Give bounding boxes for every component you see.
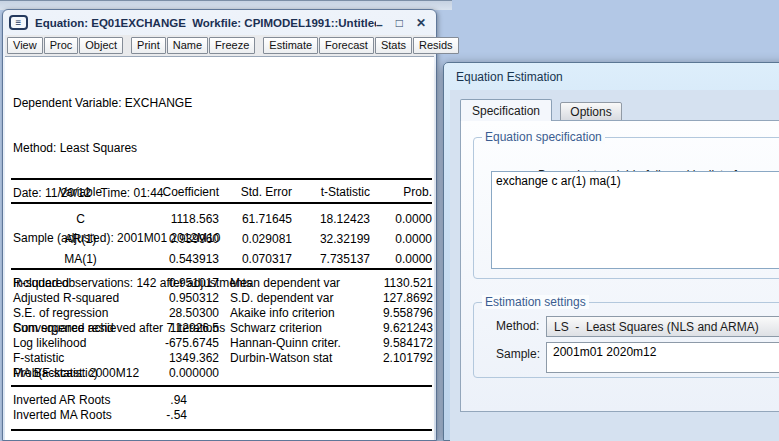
root-value: .94 [105, 393, 187, 407]
stat-value: 9.558796 [335, 306, 433, 320]
cell: 0.939960 [148, 232, 219, 246]
cell: 0.0000 [370, 232, 432, 246]
cell: MA(1) [13, 252, 148, 266]
proc-button[interactable]: Proc [44, 37, 79, 54]
equation-window-titlebar[interactable]: ≡ Equation: EQ01EXCHANGE Workfile: CPIMO… [3, 10, 436, 35]
group-label: Estimation settings [482, 295, 589, 309]
separator [11, 178, 432, 180]
tab-specification[interactable]: Specification [460, 99, 552, 121]
separator [11, 202, 432, 204]
resids-button[interactable]: Resids [413, 37, 459, 54]
stat-value: -675.6745 [125, 336, 219, 350]
stat-label: Prob(F-statistic) [13, 366, 98, 380]
cell: 0.543913 [148, 252, 219, 266]
separator [11, 385, 432, 387]
stat-label: Akaike info criterion [230, 306, 335, 320]
cell: 0.029081 [219, 232, 292, 246]
stat-value: 112926.5 [125, 321, 219, 335]
stat-label: Adjusted R-squared [13, 291, 119, 305]
equation-estimation-dialog: Equation Estimation Specification Option… [443, 62, 779, 441]
separator [11, 429, 432, 431]
sample-input[interactable]: 2001m01 2020m12 [546, 342, 779, 373]
stats-row: Sum squared resid 112926.5 Schwarz crite… [5, 321, 438, 336]
stat-label: R-squared [13, 276, 69, 290]
forecast-button[interactable]: Forecast [319, 37, 374, 54]
stat-value: 127.8692 [335, 291, 433, 305]
equation-specification-group: Equation specification Dependent variabl… [473, 137, 779, 279]
equation-window: ≡ Equation: EQ01EXCHANGE Workfile: CPIMO… [2, 9, 437, 441]
regression-output: Dependent Variable: EXCHANGE Method: Lea… [5, 57, 434, 440]
sample-label: Sample: [496, 347, 540, 361]
method-dropdown[interactable]: LS - Least Squares (NLS and ARMA) [546, 316, 779, 337]
cell: AR(1) [13, 232, 148, 246]
estimate-button[interactable]: Estimate [263, 37, 318, 54]
coef-table-header: Variable Coefficient Std. Error t-Statis… [5, 185, 438, 200]
maximize-icon[interactable]: □ [396, 16, 403, 30]
cell: 1118.563 [148, 212, 219, 226]
stat-label: Durbin-Watson stat [230, 351, 332, 365]
col-header: Coefficient [148, 185, 219, 199]
summary-line: Dependent Variable: EXCHANGE [13, 96, 252, 111]
stat-value: 2.101792 [335, 351, 433, 365]
root-label: Inverted AR Roots [13, 393, 110, 407]
summary-line: Method: Least Squares [13, 141, 252, 156]
method-label: Method: [496, 319, 539, 333]
stat-value: 9.621243 [335, 321, 433, 335]
cell: 0.0000 [370, 252, 432, 266]
desktop: ≡ Equation: EQ01EXCHANGE Workfile: CPIMO… [0, 0, 779, 441]
table-row: MA(1) 0.543913 0.070317 7.735137 0.0000 [5, 252, 438, 267]
stat-value: 0.000000 [125, 366, 219, 380]
stat-label: Hannan-Quinn criter. [230, 336, 341, 350]
stats-row: R-squared 0.951017 Mean dependent var 11… [5, 276, 438, 291]
cell: 18.12423 [292, 212, 370, 226]
cell: C [13, 212, 148, 226]
dialog-client: Specification Options Equation specifica… [450, 90, 779, 441]
freeze-button[interactable]: Freeze [209, 37, 255, 54]
stat-label: Sum squared resid [13, 321, 114, 335]
stat-value: 1130.521 [335, 276, 433, 290]
object-button[interactable]: Object [79, 37, 123, 54]
group-label: Equation specification [482, 130, 605, 144]
cell: 7.735137 [292, 252, 370, 266]
close-icon[interactable]: ✕ [416, 16, 426, 30]
stat-value: 28.50300 [125, 306, 219, 320]
stat-label: Log likelihood [13, 336, 86, 350]
roots-row: Inverted AR Roots .94 [5, 393, 438, 408]
estimation-settings-group: Estimation settings Method: LS - Least S… [473, 302, 779, 378]
col-header: Prob. [370, 185, 432, 199]
stat-value: 0.951017 [125, 276, 219, 290]
stat-value: 1349.362 [125, 351, 219, 365]
dialog-title: Equation Estimation [444, 63, 779, 89]
tab-options[interactable]: Options [560, 102, 622, 121]
stats-button[interactable]: Stats [375, 37, 412, 54]
table-row: C 1118.563 61.71645 18.12423 0.0000 [5, 212, 438, 227]
cell: 32.32199 [292, 232, 370, 246]
equation-window-title: Equation: EQ01EXCHANGE Workfile: CPIMODE… [35, 17, 376, 29]
cell: 61.71645 [219, 212, 292, 226]
col-header: t-Statistic [292, 185, 370, 199]
root-label: Inverted MA Roots [13, 408, 112, 422]
stat-label: F-statistic [13, 351, 64, 365]
system-menu-icon[interactable]: ≡ [9, 15, 28, 30]
roots-row: Inverted MA Roots -.54 [5, 408, 438, 423]
equation-specification-input[interactable]: exchange c ar(1) ma(1) [491, 171, 779, 269]
root-value: -.54 [105, 408, 187, 422]
col-header: Std. Error [219, 185, 292, 199]
stat-value: 9.584172 [335, 336, 433, 350]
separator [11, 268, 432, 270]
cell: 0.070317 [219, 252, 292, 266]
stats-row: F-statistic 1349.362 Durbin-Watson stat … [5, 351, 438, 366]
stats-row: Adjusted R-squared 0.950312 S.D. depende… [5, 291, 438, 306]
stat-label: S.E. of regression [13, 306, 108, 320]
name-button[interactable]: Name [167, 37, 208, 54]
stat-label: Mean dependent var [230, 276, 340, 290]
cell: 0.0000 [370, 212, 432, 226]
stat-label: S.D. dependent var [230, 291, 333, 305]
print-button[interactable]: Print [131, 37, 166, 54]
specification-tab-page: Equation specification Dependent variabl… [460, 120, 779, 412]
stats-row: S.E. of regression 28.50300 Akaike info … [5, 306, 438, 321]
minimize-icon[interactable]: – [376, 18, 383, 32]
equation-toolbar: View Proc Object Print Name Freeze Estim… [5, 35, 434, 57]
view-button[interactable]: View [7, 37, 43, 54]
stat-label: Schwarz criterion [230, 321, 322, 335]
